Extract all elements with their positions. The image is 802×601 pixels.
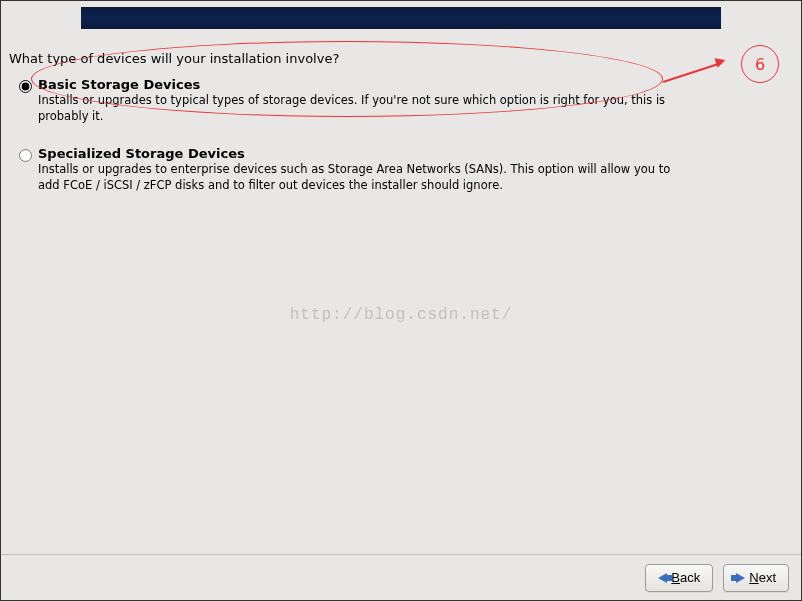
arrow-right-icon <box>736 573 745 583</box>
header-band <box>81 7 721 29</box>
page-title: What type of devices will your installat… <box>9 51 339 66</box>
back-button[interactable]: Back <box>645 564 713 592</box>
footer: Back Next <box>1 554 801 600</box>
option-specialized-desc: Installs or upgrades to enterprise devic… <box>38 162 678 193</box>
annotation-arrow-head <box>714 55 727 68</box>
storage-options-group: Basic Storage Devices Installs or upgrad… <box>19 77 761 215</box>
radio-specialized-storage[interactable] <box>19 149 32 162</box>
option-basic-storage[interactable]: Basic Storage Devices Installs or upgrad… <box>19 77 761 124</box>
arrow-left-icon <box>658 573 667 583</box>
option-specialized-storage[interactable]: Specialized Storage Devices Installs or … <box>19 146 761 193</box>
option-basic-desc: Installs or upgrades to typical types of… <box>38 93 678 124</box>
option-specialized-title: Specialized Storage Devices <box>38 146 678 161</box>
watermark-url: http://blog.csdn.net/ <box>1 306 801 324</box>
option-basic-title: Basic Storage Devices <box>38 77 678 92</box>
radio-basic-storage[interactable] <box>19 80 32 93</box>
next-button[interactable]: Next <box>723 564 789 592</box>
next-button-label: Next <box>749 570 776 585</box>
annotation-step-number: 6 <box>755 55 765 74</box>
back-button-label: Back <box>671 570 700 585</box>
